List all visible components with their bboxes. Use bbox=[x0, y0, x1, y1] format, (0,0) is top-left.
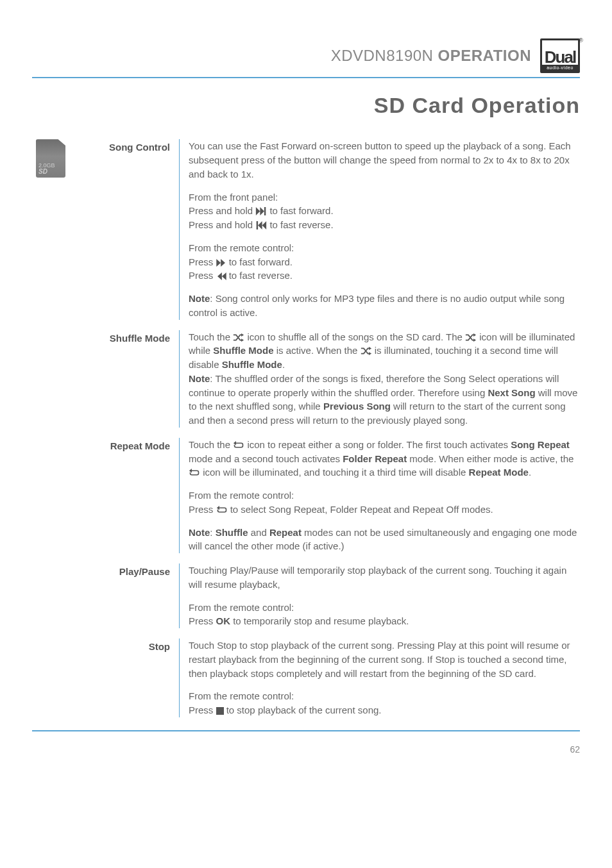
text: and bbox=[248, 527, 269, 538]
fast-forward-icon bbox=[216, 259, 226, 267]
product-title: XDVDN8190N OPERATION bbox=[331, 45, 531, 67]
text: From the remote control: bbox=[189, 490, 294, 501]
section-label: Shuffle Mode bbox=[83, 330, 180, 428]
fast-reverse-icon bbox=[216, 272, 226, 280]
section-shuffle-mode: Shuffle Mode Touch the icon to shuffle a… bbox=[83, 330, 580, 428]
paragraph: From the front panel: Press and hold to … bbox=[189, 190, 580, 232]
text: Press bbox=[189, 504, 216, 515]
text: : bbox=[210, 527, 215, 538]
text: . bbox=[529, 467, 531, 478]
text: Press and hold bbox=[189, 219, 255, 230]
text: From the remote control: bbox=[189, 690, 294, 701]
bold-text: Shuffle bbox=[216, 527, 248, 538]
shuffle-icon bbox=[233, 333, 244, 342]
text: is active. When the bbox=[274, 345, 361, 356]
text: icon will be illuminated, and touching i… bbox=[200, 467, 469, 478]
repeat-icon bbox=[233, 441, 244, 449]
text: icon to shuffle all of the songs on the … bbox=[244, 331, 465, 342]
paragraph: From the remote control: Press to fast f… bbox=[189, 241, 580, 283]
text: Touch the bbox=[189, 439, 233, 450]
bold-text: Song Repeat bbox=[511, 439, 570, 450]
text: to select Song Repeat, Folder Repeat and… bbox=[228, 504, 493, 515]
paragraph: From the remote control: Press OK to tem… bbox=[189, 601, 580, 629]
section-label: Stop bbox=[83, 638, 180, 717]
text: : Song control only works for MP3 type f… bbox=[189, 293, 565, 318]
text: . bbox=[282, 359, 285, 370]
text: to fast reverse. bbox=[267, 219, 333, 230]
stop-icon bbox=[216, 707, 224, 715]
section-body: Touch the icon to shuffle all of the son… bbox=[180, 330, 580, 428]
shuffle-icon bbox=[465, 333, 477, 342]
bold-text: Next Song bbox=[488, 387, 535, 398]
text: to temporarily stop and resume playback. bbox=[230, 615, 409, 626]
text: to fast forward. bbox=[267, 205, 333, 216]
section-label: Repeat Mode bbox=[83, 438, 180, 553]
text: Touch the bbox=[189, 331, 233, 342]
note-label: Note bbox=[189, 373, 210, 384]
text: Press bbox=[189, 705, 216, 715]
text: From the remote control: bbox=[189, 242, 294, 253]
next-track-icon bbox=[255, 207, 267, 215]
section-name: OPERATION bbox=[438, 47, 531, 64]
section-body: Touch the icon to repeat either a song o… bbox=[180, 438, 580, 553]
bold-text: Previous Song bbox=[323, 401, 391, 412]
section-body: Touching Play/Pause will temporarily sto… bbox=[180, 563, 580, 628]
note-label: Note bbox=[189, 527, 210, 538]
paragraph: Touch the icon to repeat either a song o… bbox=[189, 438, 580, 480]
page-number: 62 bbox=[32, 743, 580, 756]
paragraph: Touch Stop to stop playback of the curre… bbox=[189, 638, 580, 680]
sd-label: SD bbox=[38, 169, 47, 175]
text: to fast forward. bbox=[226, 256, 293, 267]
paragraph: You can use the Fast Forward on-screen b… bbox=[189, 139, 580, 181]
text: mode. When either mode is active, the bbox=[407, 453, 574, 464]
shuffle-icon bbox=[361, 347, 372, 355]
text: From the remote control: bbox=[189, 602, 294, 613]
text: to fast reverse. bbox=[226, 270, 293, 281]
page-title: SD Card Operation bbox=[32, 90, 580, 121]
product-model: XDVDN8190N bbox=[331, 47, 434, 64]
text: Press and hold bbox=[189, 205, 255, 216]
text: Press bbox=[189, 256, 216, 267]
paragraph: Touch the icon to shuffle all of the son… bbox=[189, 330, 580, 428]
bold-text: Repeat Mode bbox=[469, 467, 529, 478]
page-header: XDVDN8190N OPERATION ® Dual audio-video bbox=[32, 38, 580, 73]
section-song-control: Song Control You can use the Fast Forwar… bbox=[83, 139, 580, 319]
text: icon to repeat either a song or folder. … bbox=[244, 439, 511, 450]
bold-text: Repeat bbox=[269, 527, 302, 538]
header-divider bbox=[32, 77, 580, 78]
repeat-icon bbox=[189, 469, 200, 477]
bold-text: Shuffle Mode bbox=[213, 345, 273, 356]
prev-track-icon bbox=[255, 221, 267, 230]
text: From the front panel: bbox=[189, 192, 278, 203]
bold-text: Shuffle Mode bbox=[222, 359, 282, 370]
logo-text: Dual bbox=[545, 49, 575, 65]
section-body: You can use the Fast Forward on-screen b… bbox=[180, 139, 580, 319]
text: mode and a second touch activates bbox=[189, 453, 343, 464]
bold-text: Folder Repeat bbox=[343, 453, 407, 464]
section-label: Play/Pause bbox=[83, 563, 180, 628]
bold-text: OK bbox=[216, 615, 231, 626]
section-repeat-mode: Repeat Mode Touch the icon to repeat eit… bbox=[83, 438, 580, 553]
text: Press bbox=[189, 615, 216, 626]
paragraph: Touching Play/Pause will temporarily sto… bbox=[189, 563, 580, 592]
footer-divider bbox=[32, 730, 580, 731]
text: Press bbox=[189, 270, 216, 281]
section-label: Song Control bbox=[83, 139, 180, 319]
logo-subtext: audio-video bbox=[542, 65, 578, 71]
sd-card-icon: 2.0GB SD bbox=[36, 139, 65, 178]
brand-logo: ® Dual audio-video bbox=[540, 38, 580, 73]
repeat-icon bbox=[216, 506, 228, 514]
section-play-pause: Play/Pause Touching Play/Pause will temp… bbox=[83, 563, 580, 628]
registered-mark: ® bbox=[579, 37, 583, 45]
section-body: Touch Stop to stop playback of the curre… bbox=[180, 638, 580, 717]
note-label: Note bbox=[189, 293, 210, 304]
paragraph: Note: Song control only works for MP3 ty… bbox=[189, 292, 580, 320]
text: to stop playback of the current song. bbox=[224, 705, 382, 715]
paragraph: From the remote control: Press to stop p… bbox=[189, 689, 580, 717]
paragraph: Note: Shuffle and Repeat modes can not b… bbox=[189, 526, 580, 554]
paragraph: From the remote control: Press to select… bbox=[189, 488, 580, 517]
section-stop: Stop Touch Stop to stop playback of the … bbox=[83, 638, 580, 717]
